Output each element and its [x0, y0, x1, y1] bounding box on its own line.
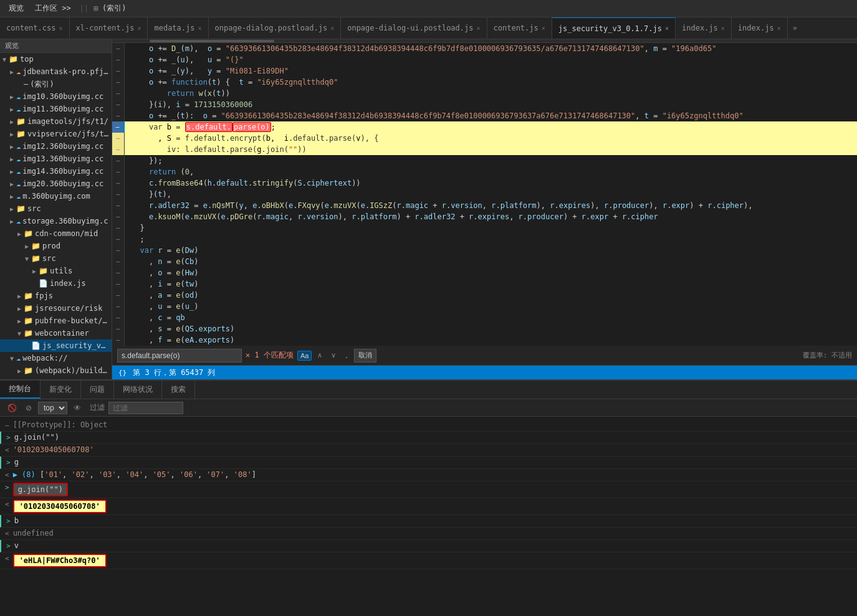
- code-line: – var r = e(Dw): [112, 245, 857, 256]
- code-line: – return (0,: [112, 166, 857, 178]
- tree-item-img10[interactable]: ▶ ☁ img10.360buyimg.cc: [0, 90, 112, 103]
- context-selector[interactable]: top: [38, 402, 67, 414]
- code-line: – });: [112, 155, 857, 166]
- console-output[interactable]: – [[Prototype]]: Object > g.join("") < '…: [0, 417, 857, 616]
- tree-item-img12[interactable]: ▶ ☁ img12.360buyimg.cc: [0, 140, 112, 153]
- editor-area: – o += D_(m), o = "66393661306435b283e48…: [112, 39, 857, 379]
- tab-index-2[interactable]: index.js×: [732, 17, 788, 39]
- code-line: – }: [112, 222, 857, 234]
- stop-on-error-button[interactable]: ⊘: [23, 402, 34, 414]
- menu-separator: ||: [80, 4, 89, 13]
- code-line: – o += function(t) { t = "i6y65zgnqltthd…: [112, 77, 857, 88]
- tree-item-m360[interactable]: ▶ ☁ m.360buyimg.com: [0, 190, 112, 202]
- code-line: – , i = e(tw): [112, 278, 857, 290]
- workspace-menu[interactable]: 工作区 >>: [31, 2, 75, 15]
- tab-index-1[interactable]: index.js×: [676, 17, 732, 39]
- code-line: – ;: [112, 234, 857, 245]
- tree-item-img20[interactable]: ▶ ☁ img20.360buyimg.cc: [0, 178, 112, 190]
- file-tabs-bar: content.css× xl-content.js× medata.js× o…: [0, 17, 857, 39]
- tree-item-webpack-buildin[interactable]: ▶ 📁 (webpack)/buildin: [0, 364, 112, 377]
- bottom-panel: 控制台 新变化 问题 网络状况 搜索 🚫 ⊘ top 👁 过滤 – [[Prot…: [0, 379, 857, 616]
- tab-medata[interactable]: medata.js×: [148, 17, 208, 39]
- tree-item-jdbeantask[interactable]: ▶ ☁ jdbeantask-pro.pfjd.: [0, 65, 112, 78]
- tab-js-security[interactable]: js_security_v3_0.1.7.js×: [552, 17, 676, 39]
- code-line: – , a = e(od): [112, 290, 857, 301]
- tab-content-css[interactable]: content.css×: [0, 17, 70, 39]
- code-line: – o += _(y), y = "Mi081-Ei89DH": [112, 65, 857, 77]
- tree-item-cdn[interactable]: ▶ 📁 cdn-common/mid: [0, 227, 112, 240]
- tree-item-top[interactable]: ▼ 📁 top: [0, 53, 112, 65]
- code-line: – , u = e(u_): [112, 301, 857, 312]
- console-line-gjoin-input: > g.join(""): [0, 432, 857, 444]
- tree-item-imagetools[interactable]: ▶ 📁 imagetools/jfs/t1/: [0, 115, 112, 128]
- tab-content-js[interactable]: content.js×: [487, 17, 552, 39]
- tree-item-src1[interactable]: ▶ 📁 src: [0, 202, 112, 215]
- tree-item-src2[interactable]: ▼ 📁 src: [0, 252, 112, 265]
- tree-item-fpjs[interactable]: ▶ 📁 fpjs: [0, 290, 112, 302]
- code-line: – , o = e(Hw): [112, 267, 857, 278]
- code-line: – , s = e(QS.exports): [112, 323, 857, 334]
- tree-item-index[interactable]: – (索引): [0, 78, 112, 90]
- tree-item-prod[interactable]: ▶ 📁 prod: [0, 240, 112, 252]
- tree-item-pubfree[interactable]: ▶ 📁 pubfree-bucket/jd: [0, 315, 112, 327]
- tree-item-storage[interactable]: ▶ ☁ storage.360buyimg.c: [0, 215, 112, 227]
- cursor-icon: {}: [118, 369, 127, 377]
- coverage-text: 覆盖率: 不适用: [803, 351, 852, 360]
- filter-label: 过滤: [90, 402, 105, 413]
- console-line-g-input: > g: [0, 457, 857, 469]
- layout-icon[interactable]: ⊞: [93, 4, 98, 13]
- code-line-highlighted-1: – var b = s.default.parse(o);: [112, 121, 857, 133]
- tree-item-img13[interactable]: ▶ ☁ img13.360buyimg.cc: [0, 153, 112, 165]
- panel-tab-changes[interactable]: 新变化: [41, 381, 81, 399]
- panel-tabs: 控制台 新变化 问题 网络状况 搜索: [0, 381, 857, 399]
- console-line-highlighted-output: < '0102030405060708': [0, 498, 857, 515]
- match-count: ✕ 1 个匹配项: [246, 350, 294, 361]
- cancel-search-button[interactable]: 取消: [354, 349, 376, 362]
- file-explorer-sidebar: 观览 ▼ 📁 top ▶ ☁ jdbeantask-pro.pfjd. – (索…: [0, 39, 112, 379]
- prev-match-button[interactable]: ∧: [314, 350, 325, 361]
- tree-item-webcontainer[interactable]: ▼ 📁 webcontainer: [0, 327, 112, 339]
- tree-item-indexjs[interactable]: 📄 index.js: [0, 277, 112, 290]
- more-tabs-icon[interactable]: »: [790, 17, 800, 39]
- eye-button[interactable]: 👁: [71, 402, 84, 414]
- case-sensitive-button[interactable]: Aa: [297, 351, 312, 361]
- tab-xl-content[interactable]: xl-content.js×: [70, 17, 148, 39]
- search-input[interactable]: [117, 349, 242, 362]
- code-line: – e.ksuoM(e.mzuVX(e.pDGre(r.magic, r.ver…: [112, 211, 857, 222]
- code-line: – o += D_(m), o = "66393661306435b283e48…: [112, 43, 857, 54]
- clear-console-button[interactable]: 🚫: [5, 402, 19, 414]
- tree-item-utils[interactable]: ▶ 📁 utils: [0, 265, 112, 277]
- console-line-array-output: < ▶ (8) ['01', '02', '03', '04', '05', '…: [0, 469, 857, 481]
- code-line-highlighted-3: – iv: l.default.parse(g.join("")): [112, 144, 857, 155]
- console-line-b-input: > b: [0, 515, 857, 528]
- tab-onpage-ui[interactable]: onpage-dialog-ui.postload.js×: [341, 17, 487, 39]
- code-line: – , f = e(eA.exports): [112, 334, 857, 346]
- console-line-gjoin-output: < '010203040506070​8': [0, 444, 857, 457]
- code-line: – , n = e(Cb): [112, 256, 857, 267]
- tree-item-vvipservice[interactable]: ▶ 📁 vvipservice/jfs/t1/: [0, 128, 112, 140]
- search-bar: ✕ 1 个匹配项 Aa ∧ ∨ . 取消 覆盖率: 不适用: [112, 346, 857, 366]
- filter-input[interactable]: [108, 402, 183, 414]
- tree-item-img14[interactable]: ▶ ☁ img14.360buyimg.cc: [0, 165, 112, 178]
- cursor-position: 第 3 行，第 65437 列: [133, 367, 215, 378]
- panel-tab-issues[interactable]: 问题: [81, 381, 114, 399]
- tree-item-img11[interactable]: ▶ ☁ img11.360buyimg.cc: [0, 103, 112, 115]
- view-menu[interactable]: 观览: [5, 2, 27, 15]
- code-line: – }(i), i = 1713150360006: [112, 99, 857, 110]
- search-options: Aa ∧ ∨ . 取消: [297, 349, 376, 362]
- tab-onpage-post[interactable]: onpage-dialog.postload.js×: [209, 17, 342, 39]
- tree-item-webpack[interactable]: ▼ ☁ webpack://: [0, 352, 112, 364]
- code-editor[interactable]: – o += D_(m), o = "66393661306435b283e48…: [112, 39, 857, 346]
- console-line-v-input: > v: [0, 540, 857, 552]
- tree-item-jsresource[interactable]: ▶ 📁 jsresource/risk: [0, 302, 112, 315]
- console-line-v-output: < 'eHLA|FW#Cho3#q?0': [0, 552, 857, 569]
- tree-item-jssecurity[interactable]: 📄 js_security_v3_0.: [0, 339, 112, 352]
- next-match-button[interactable]: ∨: [328, 350, 339, 361]
- panel-tab-network[interactable]: 网络状况: [114, 381, 162, 399]
- panel-tab-search[interactable]: 搜索: [162, 381, 195, 399]
- code-line: – o += _(t): o = "66393661306435b283e486…: [112, 110, 857, 121]
- panel-toolbar: 🚫 ⊘ top 👁 过滤: [0, 399, 857, 417]
- panel-tab-console[interactable]: 控制台: [0, 381, 41, 399]
- active-tab-label: (索引): [102, 3, 126, 14]
- console-line: – [[Prototype]]: Object: [0, 419, 857, 432]
